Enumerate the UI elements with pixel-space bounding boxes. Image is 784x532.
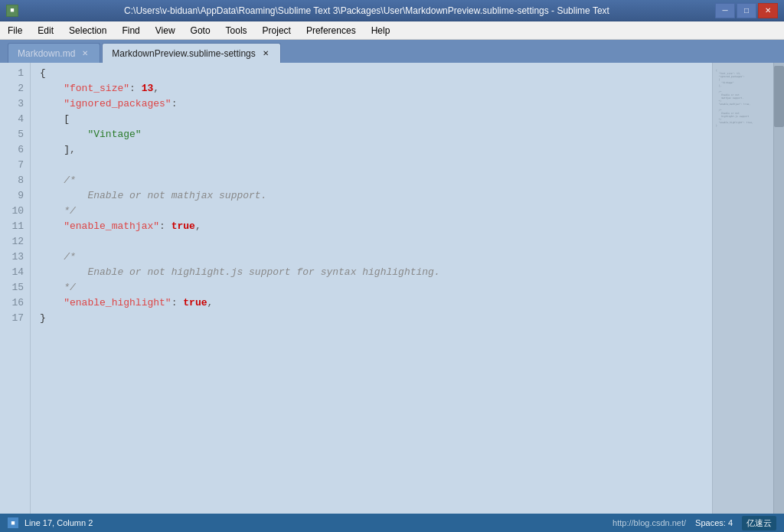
window-controls: ─ □ ✕ — [715, 3, 778, 18]
status-spaces: Spaces: 4 — [695, 518, 733, 527]
minimize-button[interactable]: ─ — [715, 3, 735, 18]
status-url: http://blog.csdn.net/ — [612, 518, 686, 527]
status-right: http://blog.csdn.net/ Spaces: 4 亿速云 — [612, 516, 776, 530]
menu-project[interactable]: Project — [255, 21, 299, 40]
code-editor[interactable]: { "font_size": 13, "ignored_packages": [… — [31, 63, 712, 514]
menu-file[interactable]: File — [0, 21, 30, 40]
close-button[interactable]: ✕ — [758, 3, 778, 18]
menu-view[interactable]: View — [148, 21, 183, 40]
line-numbers: 1 2 3 4 5 6 7 8 9 10 11 12 13 14 15 16 1… — [0, 63, 31, 514]
minimap-content: { "font_size": 13, "ignored_packages": [… — [713, 63, 773, 133]
maximize-button[interactable]: □ — [737, 3, 756, 18]
cursor-position: Line 17, Column 2 — [24, 518, 93, 527]
tab-close-settings[interactable]: ✕ — [260, 48, 271, 59]
menu-selection[interactable]: Selection — [61, 21, 114, 40]
minimap: { "font_size": 13, "ignored_packages": [… — [712, 63, 773, 514]
tab-close-markdown[interactable]: ✕ — [80, 48, 90, 59]
scrollbar[interactable] — [773, 63, 784, 514]
menu-help[interactable]: Help — [364, 21, 398, 40]
menu-edit[interactable]: Edit — [30, 21, 61, 40]
title-bar: ■ C:\Users\v-biduan\AppData\Roaming\Subl… — [0, 0, 784, 21]
menu-preferences[interactable]: Preferences — [299, 21, 364, 40]
tab-settings[interactable]: MarkdownPreview.sublime-settings ✕ — [102, 43, 280, 63]
status-branding: 亿速云 — [742, 516, 776, 530]
menu-bar: File Edit Selection Find View Goto Tools… — [0, 21, 784, 40]
menu-goto[interactable]: Goto — [183, 21, 218, 40]
tab-markdown[interactable]: Markdown.md ✕ — [8, 43, 100, 63]
tab-label-markdown: Markdown.md — [18, 48, 75, 59]
window-title: C:\Users\v-biduan\AppData\Roaming\Sublim… — [18, 5, 715, 16]
tab-label-settings: MarkdownPreview.sublime-settings — [112, 48, 255, 59]
app-icon: ■ — [6, 5, 18, 17]
status-icon: ■ — [8, 517, 18, 528]
menu-tools[interactable]: Tools — [218, 21, 255, 40]
tab-bar: Markdown.md ✕ MarkdownPreview.sublime-se… — [0, 40, 784, 63]
menu-find[interactable]: Find — [114, 21, 147, 40]
status-left: ■ Line 17, Column 2 — [8, 517, 93, 528]
editor-area: 1 2 3 4 5 6 7 8 9 10 11 12 13 14 15 16 1… — [0, 63, 784, 514]
scrollbar-thumb[interactable] — [774, 66, 784, 127]
status-bar: ■ Line 17, Column 2 http://blog.csdn.net… — [0, 514, 784, 532]
